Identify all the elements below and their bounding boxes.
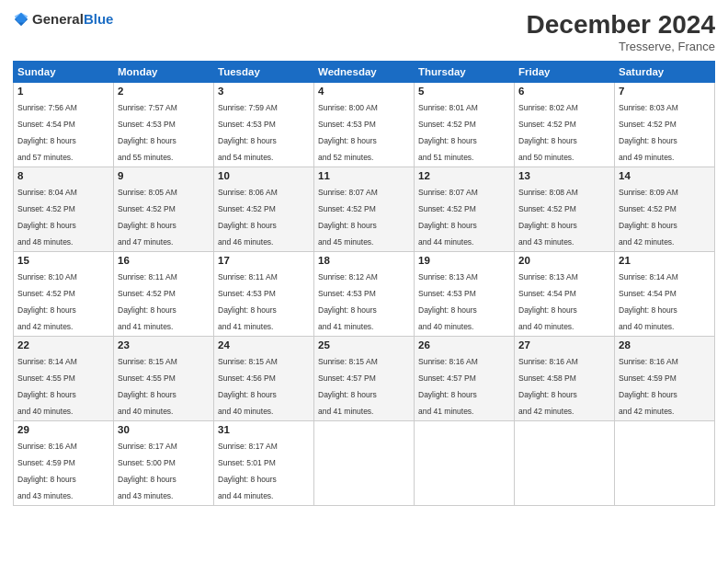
day-info: Sunrise: 7:56 AMSunset: 4:54 PMDaylight:…	[17, 103, 77, 162]
day-info: Sunrise: 8:02 AMSunset: 4:52 PMDaylight:…	[518, 103, 578, 162]
calendar-cell: 4 Sunrise: 8:00 AMSunset: 4:53 PMDayligh…	[314, 82, 415, 167]
day-info: Sunrise: 8:17 AMSunset: 5:00 PMDaylight:…	[118, 442, 177, 500]
day-number: 3	[218, 86, 310, 97]
calendar-cell: 8 Sunrise: 8:04 AMSunset: 4:52 PMDayligh…	[14, 167, 114, 251]
day-number: 19	[418, 255, 510, 266]
day-info: Sunrise: 8:13 AMSunset: 4:53 PMDaylight:…	[418, 272, 478, 331]
logo-icon	[13, 11, 29, 28]
day-number: 11	[318, 170, 410, 181]
col-friday: Friday	[515, 61, 615, 82]
day-number: 26	[418, 339, 510, 350]
day-number: 18	[318, 255, 410, 266]
day-info: Sunrise: 8:14 AMSunset: 4:54 PMDaylight:…	[619, 272, 678, 331]
calendar-cell: 1 Sunrise: 7:56 AMSunset: 4:54 PMDayligh…	[14, 82, 114, 167]
col-wednesday: Wednesday	[314, 61, 415, 82]
calendar-cell: 26 Sunrise: 8:16 AMSunset: 4:57 PMDaylig…	[415, 336, 515, 420]
day-info: Sunrise: 8:16 AMSunset: 4:59 PMDaylight:…	[17, 442, 77, 500]
calendar-cell: 11 Sunrise: 8:07 AMSunset: 4:52 PMDaylig…	[314, 167, 415, 251]
day-number: 1	[17, 86, 109, 97]
day-number: 14	[619, 170, 711, 181]
calendar-row: 29 Sunrise: 8:16 AMSunset: 4:59 PMDaylig…	[14, 420, 715, 505]
day-info: Sunrise: 8:14 AMSunset: 4:55 PMDaylight:…	[17, 357, 77, 416]
calendar-cell: 29 Sunrise: 8:16 AMSunset: 4:59 PMDaylig…	[14, 420, 114, 505]
day-number: 17	[218, 255, 310, 266]
day-info: Sunrise: 8:07 AMSunset: 4:52 PMDaylight:…	[318, 188, 378, 247]
day-info: Sunrise: 8:11 AMSunset: 4:53 PMDaylight:…	[218, 272, 278, 331]
day-info: Sunrise: 7:59 AMSunset: 4:53 PMDaylight:…	[218, 103, 278, 162]
day-info: Sunrise: 8:07 AMSunset: 4:52 PMDaylight:…	[418, 188, 478, 247]
calendar-cell: 23 Sunrise: 8:15 AMSunset: 4:55 PMDaylig…	[114, 336, 214, 420]
day-info: Sunrise: 8:05 AMSunset: 4:52 PMDaylight:…	[118, 188, 177, 247]
day-number: 7	[619, 86, 711, 97]
day-info: Sunrise: 8:12 AMSunset: 4:53 PMDaylight:…	[318, 272, 378, 331]
day-info: Sunrise: 8:16 AMSunset: 4:59 PMDaylight:…	[619, 357, 678, 416]
calendar-cell: 19 Sunrise: 8:13 AMSunset: 4:53 PMDaylig…	[415, 251, 515, 336]
calendar-cell: 24 Sunrise: 8:15 AMSunset: 4:56 PMDaylig…	[214, 336, 314, 420]
col-tuesday: Tuesday	[214, 61, 314, 82]
day-number: 20	[518, 255, 610, 266]
calendar-row: 15 Sunrise: 8:10 AMSunset: 4:52 PMDaylig…	[14, 251, 715, 336]
day-info: Sunrise: 8:13 AMSunset: 4:54 PMDaylight:…	[518, 272, 578, 331]
day-number: 21	[619, 255, 711, 266]
day-info: Sunrise: 8:15 AMSunset: 4:57 PMDaylight:…	[318, 357, 378, 416]
calendar-cell: 17 Sunrise: 8:11 AMSunset: 4:53 PMDaylig…	[214, 251, 314, 336]
day-number: 23	[118, 339, 210, 350]
calendar-cell: 14 Sunrise: 8:09 AMSunset: 4:52 PMDaylig…	[615, 167, 715, 251]
calendar-cell: 20 Sunrise: 8:13 AMSunset: 4:54 PMDaylig…	[515, 251, 615, 336]
col-saturday: Saturday	[615, 61, 715, 82]
day-info: Sunrise: 8:06 AMSunset: 4:52 PMDaylight:…	[218, 188, 278, 247]
calendar-cell: 15 Sunrise: 8:10 AMSunset: 4:52 PMDaylig…	[14, 251, 114, 336]
day-number: 2	[118, 86, 210, 97]
day-info: Sunrise: 8:15 AMSunset: 4:56 PMDaylight:…	[218, 357, 278, 416]
col-sunday: Sunday	[14, 61, 114, 82]
day-number: 12	[418, 170, 510, 181]
day-number: 10	[218, 170, 310, 181]
calendar-cell	[515, 420, 615, 505]
calendar-cell: 21 Sunrise: 8:14 AMSunset: 4:54 PMDaylig…	[615, 251, 715, 336]
day-number: 22	[17, 339, 109, 350]
calendar-cell	[415, 420, 515, 505]
day-info: Sunrise: 8:16 AMSunset: 4:57 PMDaylight:…	[418, 357, 478, 416]
day-info: Sunrise: 8:16 AMSunset: 4:58 PMDaylight:…	[518, 357, 578, 416]
calendar-cell: 10 Sunrise: 8:06 AMSunset: 4:52 PMDaylig…	[214, 167, 314, 251]
day-info: Sunrise: 8:08 AMSunset: 4:52 PMDaylight:…	[518, 188, 578, 247]
page: GeneralBlue December 2024 Tresserve, Fra…	[0, 0, 728, 563]
day-number: 4	[318, 86, 410, 97]
location: Tresserve, France	[527, 40, 715, 53]
calendar-row: 22 Sunrise: 8:14 AMSunset: 4:55 PMDaylig…	[14, 336, 715, 420]
day-info: Sunrise: 8:00 AMSunset: 4:53 PMDaylight:…	[318, 103, 378, 162]
logo-blue: Blue	[84, 11, 114, 27]
day-number: 30	[118, 424, 210, 435]
day-number: 13	[518, 170, 610, 181]
calendar-cell: 18 Sunrise: 8:12 AMSunset: 4:53 PMDaylig…	[314, 251, 415, 336]
calendar-row: 1 Sunrise: 7:56 AMSunset: 4:54 PMDayligh…	[14, 82, 715, 167]
day-info: Sunrise: 8:01 AMSunset: 4:52 PMDaylight:…	[418, 103, 478, 162]
day-number: 28	[619, 339, 711, 350]
day-number: 8	[17, 170, 109, 181]
calendar-cell: 6 Sunrise: 8:02 AMSunset: 4:52 PMDayligh…	[515, 82, 615, 167]
calendar-cell: 2 Sunrise: 7:57 AMSunset: 4:53 PMDayligh…	[114, 82, 214, 167]
calendar-row: 8 Sunrise: 8:04 AMSunset: 4:52 PMDayligh…	[14, 167, 715, 251]
calendar-cell	[314, 420, 415, 505]
calendar-header-row: Sunday Monday Tuesday Wednesday Thursday…	[14, 61, 715, 82]
day-number: 27	[518, 339, 610, 350]
calendar-cell: 16 Sunrise: 8:11 AMSunset: 4:52 PMDaylig…	[114, 251, 214, 336]
day-number: 31	[218, 424, 310, 435]
day-number: 6	[518, 86, 610, 97]
calendar-cell: 28 Sunrise: 8:16 AMSunset: 4:59 PMDaylig…	[615, 336, 715, 420]
title-block: December 2024 Tresserve, France	[527, 11, 715, 53]
col-monday: Monday	[114, 61, 214, 82]
day-info: Sunrise: 8:10 AMSunset: 4:52 PMDaylight:…	[17, 272, 77, 331]
calendar-cell: 30 Sunrise: 8:17 AMSunset: 5:00 PMDaylig…	[114, 420, 214, 505]
calendar-cell: 13 Sunrise: 8:08 AMSunset: 4:52 PMDaylig…	[515, 167, 615, 251]
month-title: December 2024	[527, 11, 715, 40]
day-info: Sunrise: 8:09 AMSunset: 4:52 PMDaylight:…	[619, 188, 678, 247]
calendar-cell: 12 Sunrise: 8:07 AMSunset: 4:52 PMDaylig…	[415, 167, 515, 251]
day-info: Sunrise: 8:17 AMSunset: 5:01 PMDaylight:…	[218, 442, 278, 500]
day-number: 16	[118, 255, 210, 266]
day-number: 29	[17, 424, 109, 435]
calendar-cell: 9 Sunrise: 8:05 AMSunset: 4:52 PMDayligh…	[114, 167, 214, 251]
calendar-cell: 5 Sunrise: 8:01 AMSunset: 4:52 PMDayligh…	[415, 82, 515, 167]
day-info: Sunrise: 7:57 AMSunset: 4:53 PMDaylight:…	[118, 103, 177, 162]
day-number: 15	[17, 255, 109, 266]
